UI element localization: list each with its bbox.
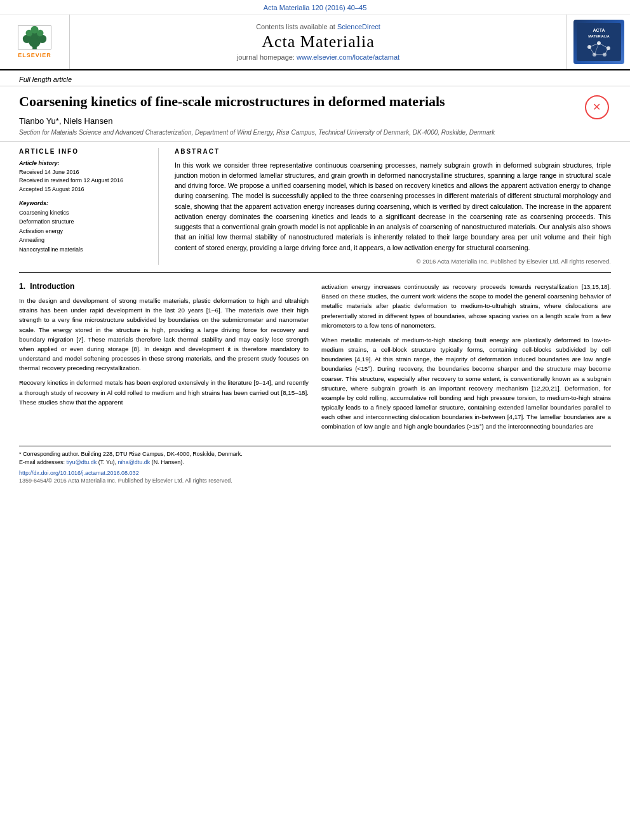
section-number: 1. xyxy=(19,282,25,291)
keyword-2: Deformation structure xyxy=(19,217,149,226)
keyword-4: Annealing xyxy=(19,236,149,244)
elsevier-logo-area: ELSEVIER xyxy=(0,15,70,69)
crossmark-badge xyxy=(582,93,611,121)
body-right-col: activation energy increases continuously… xyxy=(321,282,611,437)
homepage-link[interactable]: www.elsevier.com/locate/actamat xyxy=(297,53,399,61)
footer-email-line: E-mail addresses: tiyu@dtu.dk (T. Yu), n… xyxy=(19,458,611,467)
intro-para-3: activation energy increases continuously… xyxy=(321,282,611,330)
footer-doi[interactable]: http://dx.doi.org/10.1016/j.actamat.2016… xyxy=(19,470,611,476)
elsevier-tree-icon xyxy=(17,25,52,51)
email1-link[interactable]: tiyu@dtu.dk xyxy=(67,459,97,465)
acta-materialia-logo: ACTA MATERIALIA xyxy=(573,20,624,64)
journal-title: Acta Materialia xyxy=(262,32,374,51)
email2-link[interactable]: niha@dtu.dk xyxy=(118,459,151,465)
elsevier-label: ELSEVIER xyxy=(18,52,51,58)
abstract-heading: Abstract xyxy=(175,148,611,155)
section-title-text: Introduction xyxy=(30,282,74,291)
authors-text: Tianbo Yu*, Niels Hansen xyxy=(19,116,112,126)
contents-label: Contents lists available at xyxy=(256,23,335,30)
article-authors: Tianbo Yu*, Niels Hansen xyxy=(19,116,582,126)
article-affiliation: Section for Materials Science and Advanc… xyxy=(19,128,582,137)
article-info-heading: Article Info xyxy=(19,148,149,155)
copyright-line: © 2016 Acta Materialia Inc. Published by… xyxy=(175,258,611,265)
keyword-1: Coarsening kinetics xyxy=(19,208,149,217)
intro-para-1: In the design and development of strong … xyxy=(19,296,309,373)
article-main-title: Coarsening kinetics of fine-scale micros… xyxy=(19,93,582,111)
doi-link[interactable]: http://dx.doi.org/10.1016/j.actamat.2016… xyxy=(19,470,139,476)
citation-bar: Acta Materialia 120 (2016) 40–45 xyxy=(0,0,630,15)
crossmark-icon xyxy=(585,95,609,119)
keywords-heading: Keywords: xyxy=(19,200,149,206)
svg-point-7 xyxy=(31,26,39,34)
article-type-text: Full length article xyxy=(19,76,72,83)
citation-text: Acta Materialia 120 (2016) 40–45 xyxy=(264,4,367,11)
keyword-5: Nanocrystalline materials xyxy=(19,245,149,254)
homepage-label: journal homepage: xyxy=(237,53,295,61)
abstract-column: Abstract In this work we consider three … xyxy=(171,148,611,265)
received-date: Received 14 June 2016 xyxy=(19,168,149,177)
acta-logo-area: ACTA MATERIALIA xyxy=(566,15,630,69)
article-footer: * Corresponding author. Building 228, DT… xyxy=(19,446,611,484)
keyword-3: Activation energy xyxy=(19,227,149,236)
body-two-col: 1. Introduction In the design and develo… xyxy=(19,282,611,437)
main-body: 1. Introduction In the design and develo… xyxy=(0,273,630,437)
intro-para-2: Recovery kinetics in deformed metals has… xyxy=(19,378,309,407)
article-info-column: Article Info Article history: Received 1… xyxy=(19,148,159,265)
homepage-line: journal homepage: www.elsevier.com/locat… xyxy=(237,53,399,61)
email2-name: (N. Hansen). xyxy=(152,459,184,465)
keywords-list: Coarsening kinetics Deformation structur… xyxy=(19,208,149,254)
footer-note: * Corresponding author. Building 228, DT… xyxy=(19,450,611,459)
email-label: E-mail addresses: xyxy=(19,459,65,465)
journal-center: Contents lists available at ScienceDirec… xyxy=(70,15,566,69)
acta-logo-icon: ACTA MATERIALIA xyxy=(577,23,621,61)
accepted-date: Accepted 15 August 2016 xyxy=(19,185,149,194)
article-title-block: Coarsening kinetics of fine-scale micros… xyxy=(19,93,582,137)
intro-para-4: When metallic materials of medium-to-hig… xyxy=(321,335,611,432)
page: Acta Materialia 120 (2016) 40–45 xyxy=(0,0,630,840)
svg-text:MATERIALIA: MATERIALIA xyxy=(588,34,610,38)
svg-text:ACTA: ACTA xyxy=(593,28,605,32)
article-title-area: Coarsening kinetics of fine-scale micros… xyxy=(0,86,630,141)
sciencedirect-link[interactable]: ScienceDirect xyxy=(337,23,380,30)
intro-section-title: 1. Introduction xyxy=(19,282,309,291)
footer-star-note: * Corresponding author. Building 228, DT… xyxy=(19,451,243,457)
article-type: Full length article xyxy=(0,70,630,86)
received-revised-date: Received in revised form 12 August 2016 xyxy=(19,177,149,185)
article-info-abstract-section: Article Info Article history: Received 1… xyxy=(0,141,630,265)
body-left-col: 1. Introduction In the design and develo… xyxy=(19,282,309,437)
email1-name: (T. Yu), xyxy=(98,459,116,465)
footer-issn: 1359-6454/© 2016 Acta Materialia Inc. Pu… xyxy=(19,477,611,484)
article-history-heading: Article history: xyxy=(19,160,149,166)
elsevier-logo: ELSEVIER xyxy=(17,25,52,58)
contents-line: Contents lists available at ScienceDirec… xyxy=(256,23,380,30)
abstract-text: In this work we consider three represent… xyxy=(175,160,611,253)
journal-header: ELSEVIER Contents lists available at Sci… xyxy=(0,15,630,70)
